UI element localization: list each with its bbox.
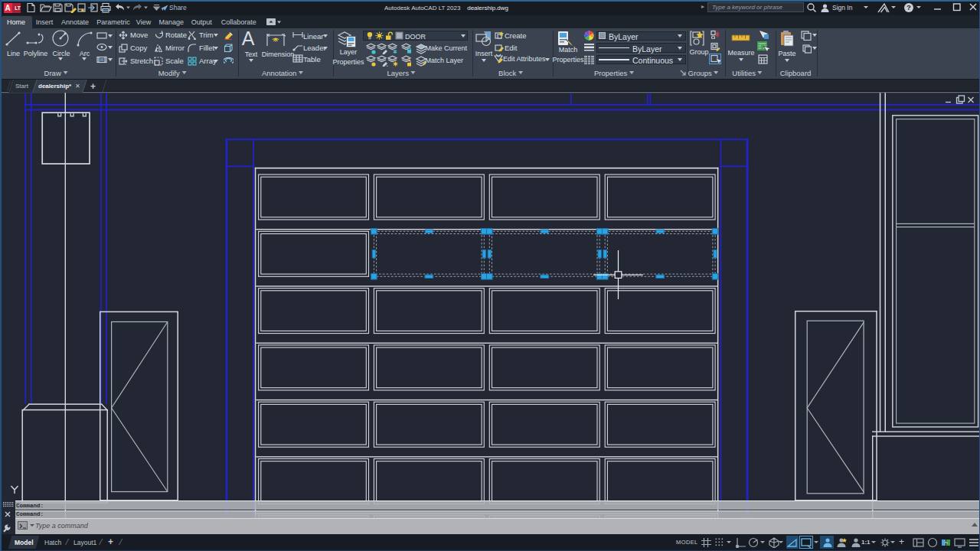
- svg-text:?: ?: [906, 3, 911, 11]
